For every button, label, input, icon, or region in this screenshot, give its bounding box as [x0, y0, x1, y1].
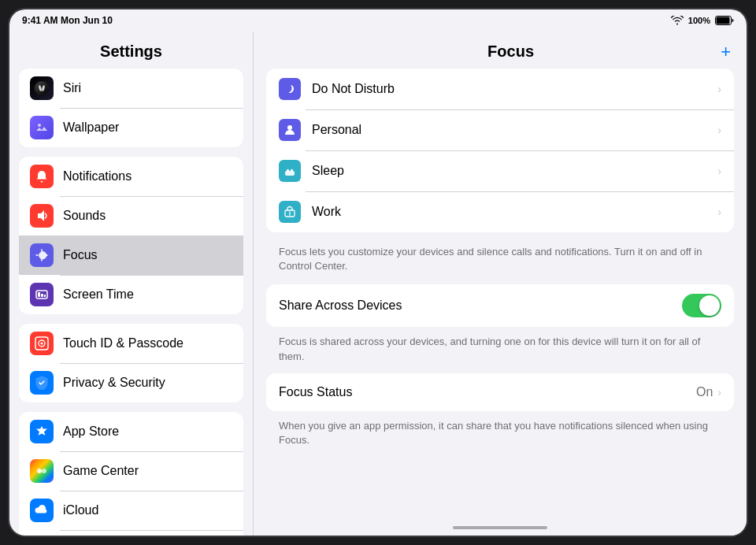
notifications-icon [30, 165, 54, 188]
sidebar: Settings [9, 32, 254, 536]
sounds-label: Sounds [63, 209, 106, 223]
sidebar-group-3: Touch ID & Passcode Privacy & Security [19, 324, 243, 402]
siri-icon [30, 76, 54, 100]
svg-rect-10 [44, 295, 46, 297]
work-icon [279, 201, 301, 223]
share-toggle[interactable] [682, 294, 721, 317]
sidebar-item-gamecenter[interactable]: Game Center [19, 451, 243, 491]
status-bar: 9:41 AM Mon Jun 10 100% [9, 9, 747, 32]
svg-rect-9 [41, 294, 43, 297]
dnd-icon [279, 78, 301, 100]
svg-rect-23 [285, 171, 295, 176]
sidebar-title: Settings [9, 32, 253, 69]
content-pane: Focus + Do Not Disturb › [254, 32, 747, 536]
touchid-icon [30, 332, 54, 355]
sidebar-item-appstore[interactable]: App Store [19, 412, 243, 451]
privacy-label: Privacy & Security [63, 376, 165, 390]
personal-label: Personal [312, 123, 717, 137]
focus-description: Focus lets you customize your devices an… [266, 240, 734, 284]
touchid-label: Touch ID & Passcode [63, 336, 183, 350]
sidebar-item-wallet[interactable]: Wallet & Apple Pay [19, 530, 243, 536]
sidebar-item-screentime[interactable]: Screen Time [19, 275, 243, 314]
status-time: 9:41 AM Mon Jun 10 [22, 15, 113, 26]
siri-label: Siri [63, 81, 81, 95]
share-description: Focus is shared across your devices, and… [266, 332, 734, 373]
ipad-frame: 9:41 AM Mon Jun 10 100% Settings [8, 8, 748, 537]
focus-label: Focus [63, 248, 98, 262]
focus-item-work[interactable]: Work › [266, 191, 734, 232]
wallpaper-label: Wallpaper [63, 120, 119, 135]
sidebar-group-2: Notifications Sounds [19, 157, 243, 314]
battery-label: 100% [688, 16, 710, 25]
focus-status-chevron: › [717, 386, 721, 399]
share-across-devices-section: Share Across Devices [266, 284, 734, 327]
gamecenter-icon [30, 459, 54, 483]
main-area: Settings [9, 32, 747, 536]
personal-chevron: › [717, 124, 721, 136]
focus-status-label: Focus Status [279, 385, 696, 399]
screentime-icon [30, 283, 54, 306]
sidebar-item-icloud[interactable]: iCloud [19, 491, 243, 530]
svg-point-2 [35, 81, 49, 95]
personal-icon [279, 119, 301, 141]
focus-status-row[interactable]: Focus Status On › [266, 373, 734, 411]
notifications-label: Notifications [63, 169, 132, 184]
screentime-label: Screen Time [63, 287, 134, 302]
sidebar-item-focus[interactable]: Focus [19, 235, 243, 275]
svg-point-14 [42, 469, 46, 473]
focus-item-dnd[interactable]: Do Not Disturb › [266, 69, 734, 109]
appstore-label: App Store [63, 425, 119, 439]
svg-point-12 [41, 343, 43, 345]
dnd-label: Do Not Disturb [312, 82, 717, 96]
privacy-icon [30, 371, 54, 395]
svg-rect-25 [291, 169, 293, 172]
focus-item-sleep[interactable]: Sleep › [266, 150, 734, 191]
home-indicator [254, 520, 747, 536]
svg-point-5 [38, 124, 41, 127]
svg-rect-8 [38, 292, 40, 297]
share-across-devices-row: Share Across Devices [266, 284, 734, 327]
svg-point-13 [37, 469, 42, 473]
svg-point-22 [287, 125, 292, 130]
status-icons: 100% [671, 16, 734, 25]
focus-status-description: When you give an app permission, it can … [266, 416, 734, 457]
sounds-icon [30, 204, 54, 228]
focus-icon [30, 243, 54, 267]
work-chevron: › [717, 206, 721, 218]
focus-list: Do Not Disturb › Personal › [266, 69, 734, 232]
toggle-knob [699, 295, 720, 316]
add-focus-button[interactable]: + [721, 43, 731, 61]
focus-status-section: Focus Status On › [266, 373, 734, 411]
sleep-label: Sleep [312, 164, 717, 178]
svg-rect-24 [287, 169, 289, 172]
sidebar-item-siri[interactable]: Siri [19, 69, 243, 108]
appstore-icon [30, 420, 54, 443]
icloud-icon [30, 499, 54, 522]
sleep-icon [279, 160, 301, 182]
content-header: Focus + [254, 32, 747, 69]
content-body: Do Not Disturb › Personal › [254, 69, 747, 520]
content-title: Focus [301, 43, 721, 61]
sidebar-item-sounds[interactable]: Sounds [19, 196, 243, 235]
sidebar-item-touchid[interactable]: Touch ID & Passcode [19, 324, 243, 363]
svg-rect-1 [717, 17, 730, 24]
wallpaper-icon [30, 116, 54, 139]
sidebar-item-privacy[interactable]: Privacy & Security [19, 363, 243, 402]
wifi-icon [671, 16, 684, 25]
work-label: Work [312, 205, 717, 219]
dnd-chevron: › [717, 83, 721, 95]
sidebar-group-4: App Store Game Center [19, 412, 243, 536]
sidebar-group-1: Siri Wallpaper [19, 69, 243, 147]
focus-item-personal[interactable]: Personal › [266, 109, 734, 150]
svg-marker-6 [38, 210, 44, 221]
sleep-chevron: › [717, 165, 721, 177]
focus-status-value: On [696, 385, 713, 399]
share-label: Share Across Devices [279, 298, 682, 313]
icloud-label: iCloud [63, 503, 98, 517]
home-bar [453, 526, 547, 529]
battery-icon [715, 16, 734, 25]
sidebar-item-wallpaper[interactable]: Wallpaper [19, 108, 243, 147]
sidebar-item-notifications[interactable]: Notifications [19, 157, 243, 196]
gamecenter-label: Game Center [63, 464, 139, 478]
